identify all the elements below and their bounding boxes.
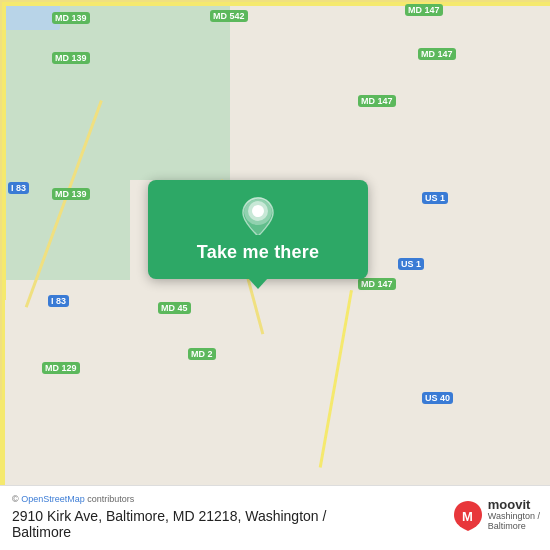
badge-md139-2: MD 139 <box>52 52 90 64</box>
svg-point-3 <box>253 207 263 217</box>
badge-md45: MD 45 <box>158 302 191 314</box>
badge-md542: MD 542 <box>210 10 248 22</box>
badge-us1-1: US 1 <box>422 192 448 204</box>
badge-i83-2: I 83 <box>48 295 69 307</box>
moovit-city2: Baltimore <box>488 522 540 532</box>
button-label: Take me there <box>197 242 319 263</box>
moovit-icon: M <box>452 499 484 531</box>
take-me-there-button[interactable]: Take me there <box>148 180 368 279</box>
badge-md147-3: MD 147 <box>358 95 396 107</box>
badge-md2: MD 2 <box>188 348 216 360</box>
svg-text:M: M <box>462 509 473 524</box>
osm-link: OpenStreetMap <box>21 494 85 504</box>
moovit-logo: M moovit Washington / Baltimore <box>452 498 540 532</box>
osm-attribution: © OpenStreetMap contributors <box>12 494 134 504</box>
moovit-text-block: moovit Washington / Baltimore <box>488 498 540 532</box>
map-container: MD 139 MD 139 MD 139 MD 542 MD 147 MD 14… <box>0 0 550 550</box>
location-pin-icon <box>240 198 276 234</box>
badge-md147-4: MD 147 <box>358 278 396 290</box>
address-city: Baltimore <box>12 524 71 540</box>
badge-md147-1: MD 147 <box>405 4 443 16</box>
badge-us40: US 40 <box>422 392 453 404</box>
badge-i83-1: I 83 <box>8 182 29 194</box>
sm-road-5 <box>0 0 550 2</box>
moovit-name: moovit <box>488 498 540 512</box>
badge-md139-3: MD 139 <box>52 188 90 200</box>
address-text: 2910 Kirk Ave, Baltimore, MD 21218, Wash… <box>12 508 326 524</box>
badge-md129: MD 129 <box>42 362 80 374</box>
badge-md147-2: MD 147 <box>418 48 456 60</box>
badge-us1-2: US 1 <box>398 258 424 270</box>
badge-md139-1: MD 139 <box>52 12 90 24</box>
sm-road-v5 <box>0 0 2 200</box>
